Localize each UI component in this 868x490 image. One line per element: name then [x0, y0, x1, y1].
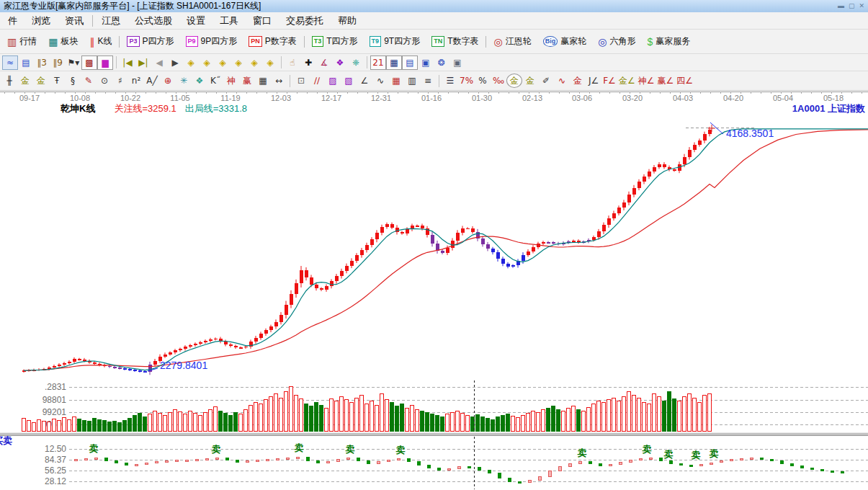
cycle-tool-icon[interactable]: ❈: [348, 55, 364, 70]
win-tool-icon[interactable]: 赢: [239, 74, 255, 88]
k-marks-icon[interactable]: K˝: [207, 74, 223, 88]
rocket-pen-icon[interactable]: ✎: [81, 74, 97, 88]
step-forward-icon[interactable]: ▶: [167, 55, 183, 70]
f-fence-icon[interactable]: Ŧ: [49, 74, 65, 88]
fence-tool-icon[interactable]: ╫: [1, 74, 17, 88]
step-back-icon[interactable]: ◀: [151, 55, 167, 70]
gold-angle-icon[interactable]: 金∠: [617, 74, 637, 88]
toolbar-p-square-button[interactable]: P3P四方形: [121, 32, 179, 50]
close-icon[interactable]: ✕: [859, 3, 864, 9]
kline-small-9-icon[interactable]: ∥9: [50, 55, 66, 70]
grid-123-icon[interactable]: ▦: [255, 74, 271, 88]
scale-rule-icon[interactable]: ☰: [442, 74, 458, 88]
save-disk-icon[interactable]: ▣: [418, 55, 434, 70]
percent-icon[interactable]: %: [475, 74, 491, 88]
box-fan-2-icon[interactable]: ▧: [341, 74, 357, 88]
permille-icon[interactable]: ‰: [491, 74, 506, 88]
toolbar-t-number-table-button[interactable]: TNT数字表: [426, 32, 484, 50]
f-angle-icon[interactable]: F∠: [601, 74, 617, 88]
toolbar-winner-service-button[interactable]: $赢家服务: [641, 32, 696, 50]
gold-gate-2-icon[interactable]: 金: [33, 74, 49, 88]
menu-item-window[interactable]: 窗口: [246, 13, 279, 29]
dark-grid-icon[interactable]: ▥: [404, 74, 420, 88]
minimize-icon[interactable]: ▬: [838, 3, 844, 9]
zoom-right-icon[interactable]: ◈: [199, 55, 215, 70]
gold-gate-1-icon[interactable]: 金: [17, 74, 33, 88]
gann-panel-icon[interactable]: ≈: [2, 55, 18, 70]
tick-fence-icon[interactable]: ♯: [112, 74, 128, 88]
toolbar-t-square-button[interactable]: T3T四方形: [306, 32, 364, 50]
toolbar-p-number-table-button[interactable]: PNP数字表: [243, 32, 303, 50]
red-grid-icon[interactable]: ▦: [388, 74, 404, 88]
brush-tool-icon[interactable]: ✐: [538, 74, 554, 88]
toolbar-9t-square-button[interactable]: T99T四方形: [364, 32, 426, 50]
menu-item-file[interactable]: 件: [1, 13, 24, 29]
red-pattern-icon[interactable]: ▩: [81, 55, 97, 70]
angle-measure-icon[interactable]: ∡: [316, 55, 332, 70]
expand-bars-icon[interactable]: ◈: [246, 55, 262, 70]
zoom-both-icon[interactable]: ◈: [215, 55, 231, 70]
compass-star-icon[interactable]: ✳: [176, 74, 192, 88]
jump-first-icon[interactable]: |◀: [120, 55, 135, 70]
compress-bars-icon[interactable]: ◈: [231, 55, 246, 70]
color-histogram-icon[interactable]: ▆: [97, 55, 113, 70]
n-square-icon[interactable]: n²: [128, 74, 144, 88]
info-doc-icon[interactable]: ▤: [18, 55, 34, 70]
pane-divider[interactable]: [0, 432, 868, 436]
oscillator-mark: [125, 463, 127, 466]
star-grid-icon[interactable]: ❖: [192, 74, 207, 88]
menu-item-formula-stock-pick[interactable]: 公式选股: [127, 13, 179, 29]
pan-hand-icon[interactable]: ☝: [285, 55, 300, 70]
box-line-icon[interactable]: ⊡: [293, 74, 309, 88]
menu-item-browse[interactable]: 浏览: [24, 13, 58, 29]
red-wave-icon[interactable]: ∿: [554, 74, 570, 88]
crosshair-icon[interactable]: ✚: [300, 55, 316, 70]
spiral-tool-icon[interactable]: §: [65, 74, 81, 88]
kline-small-3-icon[interactable]: ∥3: [34, 55, 50, 70]
menu-item-help[interactable]: 帮助: [331, 13, 364, 29]
seven-percent-icon[interactable]: 7%: [458, 74, 475, 88]
slant-lines-icon[interactable]: ≡: [420, 74, 436, 88]
menu-item-news[interactable]: 资讯: [58, 13, 91, 29]
notes-icon[interactable]: ▤: [402, 55, 418, 70]
menu-item-tools[interactable]: 工具: [212, 13, 246, 29]
chart-canvas[interactable]: 09-1710-0810-2211-0511-1912-0312-1712-31…: [0, 91, 868, 490]
calendar-icon[interactable]: 21: [370, 55, 386, 70]
shen-tool-icon[interactable]: 神: [223, 74, 239, 88]
cycle-clock-icon[interactable]: ⊙: [97, 74, 112, 88]
purple-tool-icon[interactable]: ❖: [332, 55, 348, 70]
toolbar-hexagon-button[interactable]: ◎六角形: [592, 32, 641, 50]
toolbar-gann-wheel-button[interactable]: ◎江恩轮: [488, 32, 537, 50]
maximize-icon[interactable]: ▢: [849, 3, 855, 9]
menu-item-gann[interactable]: 江恩: [94, 13, 127, 29]
zoom-left-icon[interactable]: ◈: [183, 55, 199, 70]
angle-fan-icon[interactable]: ∠: [357, 74, 372, 88]
volume-bar: [27, 420, 31, 431]
red-crosshair-icon[interactable]: ⊕: [160, 74, 176, 88]
calculator-icon[interactable]: ▦: [386, 55, 402, 70]
menu-item-settings[interactable]: 设置: [179, 13, 212, 29]
full-range-icon[interactable]: ◈: [262, 55, 278, 70]
zigzag-tool-icon[interactable]: ∿: [372, 74, 388, 88]
win-angle-icon[interactable]: 赢∠: [656, 74, 676, 88]
gold-red-icon[interactable]: 金: [570, 74, 586, 88]
j-angle-icon[interactable]: J∠: [586, 74, 601, 88]
flag-marker-icon[interactable]: ⚑▾: [66, 55, 81, 70]
menu-item-trade-order[interactable]: 交易委托: [279, 13, 331, 29]
gold-circle-icon[interactable]: 金: [506, 74, 522, 88]
workstation-icon[interactable]: ▣: [449, 55, 465, 70]
toolbar-winner-wheel-button[interactable]: Big赢家轮: [537, 32, 593, 50]
shen-angle-icon[interactable]: 神∠: [637, 74, 656, 88]
a-angle-icon[interactable]: A╱: [144, 74, 160, 88]
jump-last-icon[interactable]: ▶|: [135, 55, 151, 70]
toolbar-sectors-button[interactable]: ▦板块: [42, 32, 84, 50]
width-measure-icon[interactable]: ↔: [271, 74, 287, 88]
toolbar-9p-square-button[interactable]: P99P四方形: [180, 32, 243, 50]
toolbar-quotes-button[interactable]: ▥行情: [1, 32, 42, 50]
save-web-icon[interactable]: ❂: [434, 55, 449, 70]
gold-lines-icon[interactable]: 金: [522, 74, 538, 88]
four-angle-icon[interactable]: 四∠: [675, 74, 694, 88]
toolbar-kline-button[interactable]: ∥K线: [84, 32, 117, 50]
fan-lines-icon[interactable]: ∕∕: [309, 74, 325, 88]
box-fan-icon[interactable]: ▨: [325, 74, 341, 88]
